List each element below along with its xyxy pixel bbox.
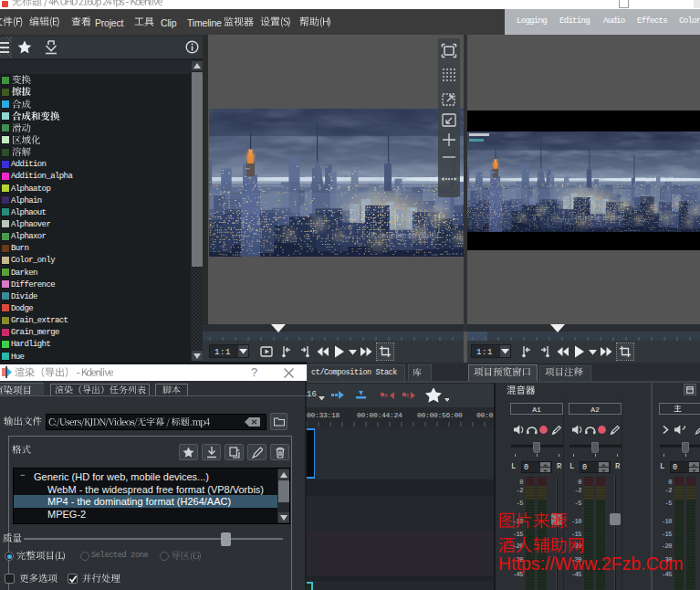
svg-text:x: x	[406, 392, 410, 398]
svg-text:x: x	[384, 392, 388, 398]
